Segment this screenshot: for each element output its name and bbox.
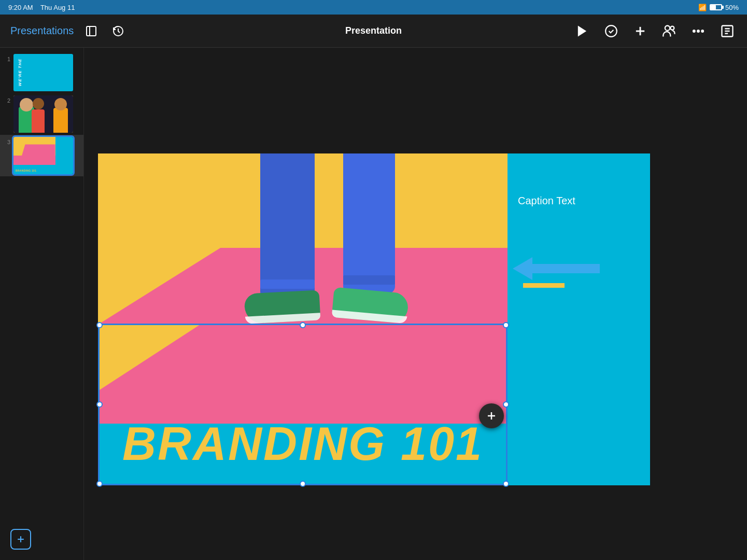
slide-1-thumbnail: WE'RE THE <box>13 54 73 91</box>
history-icon <box>112 25 124 37</box>
toolbar-right <box>573 22 737 40</box>
slide-cyan-panel: Caption Text <box>508 153 650 485</box>
slide-2-thumbnail <box>13 95 73 133</box>
slide-photo-section <box>98 153 508 325</box>
add-slide-icon <box>16 534 26 544</box>
status-bar: 9:20 AM Thu Aug 11 📶 50% <box>0 0 747 15</box>
presentation-title: Presentation <box>345 25 402 36</box>
svg-point-9 <box>697 30 699 32</box>
slide-1-number: 1 <box>4 56 10 62</box>
date-display: Thu Aug 11 <box>40 4 75 11</box>
slides-panel: 1 WE'RE THE 2 3 <box>0 48 84 560</box>
svg-rect-0 <box>87 26 96 36</box>
more-icon <box>691 24 706 38</box>
time-display: 9:20 AM <box>8 4 33 11</box>
canvas-area: Caption Text BRANDING 101 <box>84 48 747 560</box>
arrow-element <box>513 257 600 280</box>
branding-title: BRANDING 101 <box>98 417 508 471</box>
history-button[interactable] <box>109 22 128 40</box>
svg-point-10 <box>701 30 703 32</box>
annotate-button[interactable] <box>602 22 621 40</box>
add-slide-button[interactable] <box>10 529 31 550</box>
caption-text-label: Caption Text <box>518 195 575 206</box>
plus-icon <box>485 410 498 422</box>
battery-icon <box>710 4 722 10</box>
play-button[interactable] <box>573 22 591 40</box>
sidebar-icon <box>85 25 97 37</box>
slide-2-number: 2 <box>4 97 10 104</box>
collaborate-icon <box>662 24 676 38</box>
collaborate-button[interactable] <box>660 22 679 40</box>
wifi-icon: 📶 <box>698 4 707 11</box>
add-button[interactable] <box>631 22 650 40</box>
svg-point-7 <box>670 26 674 30</box>
slide-1-item[interactable]: 1 WE'RE THE <box>0 52 83 93</box>
slide-3-item[interactable]: 3 BRANDING 101 <box>0 135 83 176</box>
status-time: 9:20 AM Thu Aug 11 <box>8 4 75 11</box>
more-button[interactable] <box>689 22 708 40</box>
slide-3-thumbnail: BRANDING 101 <box>13 137 73 174</box>
element-add-button[interactable] <box>479 403 504 428</box>
svg-marker-3 <box>578 25 586 36</box>
caption-text-area: Caption Text <box>518 195 575 207</box>
toolbar: Presentations Presentation <box>0 15 747 48</box>
svg-point-6 <box>665 25 670 30</box>
toolbar-left: Presentations <box>10 22 573 40</box>
play-icon <box>575 24 589 38</box>
battery-percent: 50% <box>725 4 739 11</box>
sidebar-toggle-button[interactable] <box>82 22 101 40</box>
export-icon <box>720 24 735 38</box>
slide-3-number: 3 <box>4 139 10 145</box>
status-right: 📶 50% <box>698 4 739 11</box>
yellow-line-element <box>523 283 565 288</box>
slide-container: Caption Text BRANDING 101 <box>98 153 650 485</box>
slide-3-label: BRANDING 101 <box>16 169 36 172</box>
slide-2-item[interactable]: 2 <box>0 93 83 135</box>
add-icon <box>633 24 647 38</box>
back-button[interactable]: Presentations <box>10 25 74 37</box>
annotate-icon <box>604 24 618 38</box>
svg-point-8 <box>693 30 695 32</box>
slide-lower-section: BRANDING 101 <box>98 324 508 485</box>
export-button[interactable] <box>718 22 737 40</box>
